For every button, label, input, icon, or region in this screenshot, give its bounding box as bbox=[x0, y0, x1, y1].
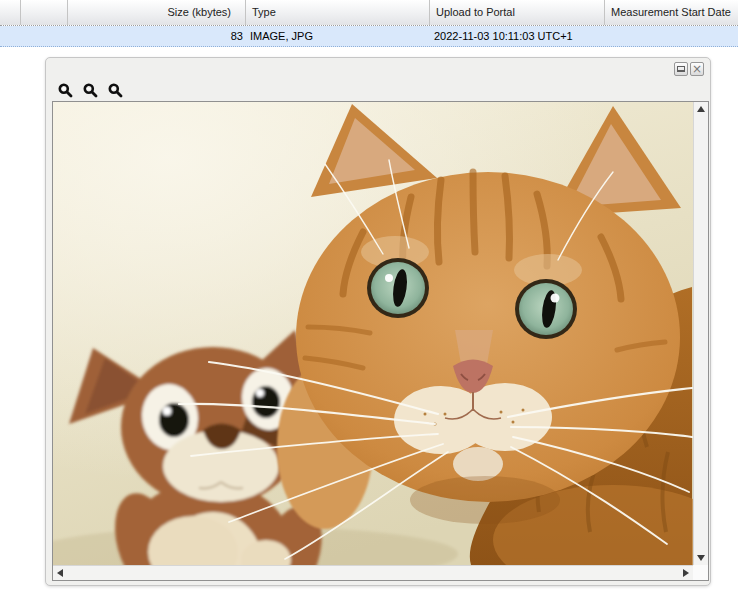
scroll-right-arrow-icon[interactable] bbox=[683, 569, 689, 577]
header-cell-measurement-start-date[interactable]: Measurement Start Date bbox=[605, 0, 738, 25]
row-cell-measurement-start-date bbox=[605, 26, 738, 46]
zoom-out-button[interactable] bbox=[83, 83, 98, 98]
table-row-selected[interactable]: 83 IMAGE, JPG 2022-11-03 10:11:03 UTC+1 bbox=[0, 26, 738, 47]
cat-photo bbox=[53, 102, 693, 565]
viewer-toolbar bbox=[46, 79, 710, 100]
vertical-scrollbar[interactable] bbox=[693, 102, 708, 565]
header-cell-size[interactable]: Size (kbytes) bbox=[68, 0, 246, 25]
zoom-out-icon bbox=[83, 83, 98, 98]
scroll-up-arrow-icon[interactable] bbox=[697, 106, 705, 112]
header-cell-blank-2[interactable] bbox=[21, 0, 68, 25]
zoom-actual-size-icon bbox=[108, 83, 123, 98]
header-cell-blank-1[interactable] bbox=[0, 0, 21, 25]
row-cell-blank-2 bbox=[21, 26, 68, 46]
row-cell-type: IMAGE, JPG bbox=[246, 26, 430, 46]
restore-icon bbox=[677, 66, 685, 72]
restore-window-button[interactable] bbox=[674, 62, 688, 76]
cat-photo-illustration bbox=[53, 102, 693, 565]
header-cell-type[interactable]: Type bbox=[246, 0, 430, 25]
scrollbar-corner bbox=[693, 565, 708, 580]
scroll-down-arrow-icon[interactable] bbox=[697, 555, 705, 561]
zoom-in-button[interactable] bbox=[58, 83, 73, 98]
image-preview-window: × bbox=[45, 57, 711, 586]
row-cell-size: 83 bbox=[68, 26, 246, 46]
header-cell-upload-to-portal[interactable]: Upload to Portal bbox=[430, 0, 605, 25]
scroll-left-arrow-icon[interactable] bbox=[57, 569, 63, 577]
grid-header-row: Size (kbytes) Type Upload to Portal Meas… bbox=[0, 0, 738, 26]
close-icon: × bbox=[692, 64, 702, 74]
row-cell-blank-1 bbox=[0, 26, 21, 46]
zoom-actual-size-button[interactable] bbox=[108, 83, 123, 98]
window-tools: × bbox=[674, 62, 704, 76]
image-viewer-panel bbox=[52, 101, 709, 581]
horizontal-scrollbar[interactable] bbox=[53, 565, 693, 580]
zoom-in-icon bbox=[58, 83, 73, 98]
close-window-button[interactable]: × bbox=[690, 62, 704, 76]
row-cell-upload-to-portal: 2022-11-03 10:11:03 UTC+1 bbox=[430, 26, 605, 46]
